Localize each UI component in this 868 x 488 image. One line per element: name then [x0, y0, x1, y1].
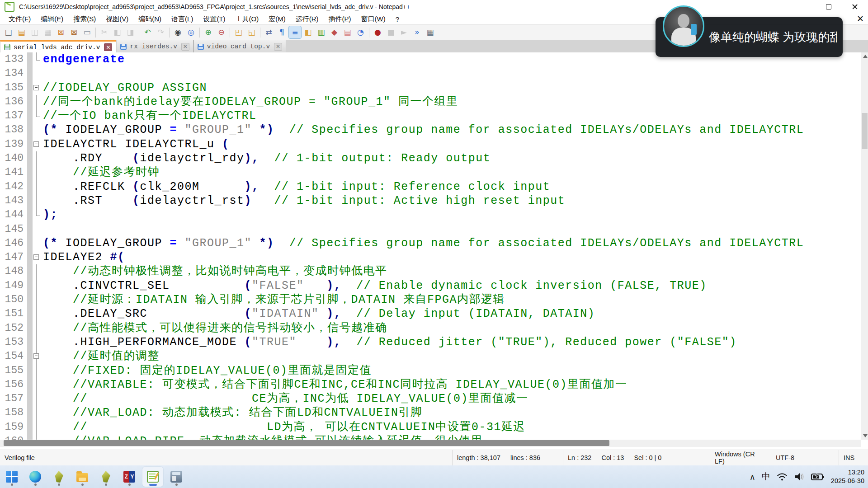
- bookmark-margin[interactable]: [27, 364, 33, 378]
- close-document-icon[interactable]: ⊠: [55, 26, 67, 38]
- status-encoding[interactable]: UTF-8: [771, 450, 839, 465]
- close-all-documents-icon[interactable]: ⊠: [68, 26, 80, 38]
- vertical-scrollbar[interactable]: [861, 52, 868, 440]
- tray-chevron-up-icon[interactable]: ∧: [750, 472, 755, 482]
- new-file-icon[interactable]: □: [2, 26, 14, 38]
- battery-charging-icon[interactable]: [811, 472, 825, 482]
- zoom-in-icon[interactable]: ⊕: [202, 26, 214, 38]
- show-all-characters-icon[interactable]: ¶: [276, 26, 288, 38]
- tab-close-icon[interactable]: ✕: [274, 43, 282, 51]
- find-icon[interactable]: ◉: [172, 26, 184, 38]
- bookmark-margin[interactable]: [27, 165, 33, 179]
- menu-item-8[interactable]: 工具(O): [231, 14, 264, 24]
- bookmark-margin[interactable]: [27, 236, 33, 250]
- print-icon[interactable]: ▭: [81, 26, 93, 38]
- show-indent-guide-icon[interactable]: ≡: [289, 26, 301, 38]
- zoom-out-icon[interactable]: ⊖: [215, 26, 227, 38]
- document-map-icon[interactable]: ▥: [315, 26, 327, 38]
- taskbar-zy-dictionary-icon[interactable]: ZY: [119, 467, 140, 487]
- menu-item-12[interactable]: 窗口(W): [356, 14, 391, 24]
- menu-item-4[interactable]: 视图(V): [101, 14, 133, 24]
- bookmark-margin[interactable]: [27, 137, 33, 151]
- menu-item-7[interactable]: 设置(T): [198, 14, 230, 24]
- lyrics-avatar[interactable]: [663, 5, 704, 47]
- menu-item-10[interactable]: 运行(R): [291, 14, 324, 24]
- sync-horizontal-scroll-icon[interactable]: ◱: [245, 26, 258, 38]
- menu-item-13[interactable]: ?: [391, 14, 404, 24]
- fold-collapse-icon[interactable]: [33, 81, 40, 95]
- horizontal-scrollbar-thumb[interactable]: [4, 440, 609, 446]
- macro-save-icon[interactable]: ▦: [424, 26, 436, 38]
- bookmark-margin[interactable]: [27, 250, 33, 264]
- taskbar-calculator-icon[interactable]: [166, 467, 187, 487]
- tray-ime-indicator[interactable]: 中: [762, 471, 770, 483]
- bookmark-margin[interactable]: [27, 222, 33, 236]
- bookmark-margin[interactable]: [27, 123, 33, 137]
- taskbar-vivado-icon[interactable]: [48, 467, 69, 487]
- document-monitor-icon[interactable]: ◔: [354, 26, 367, 38]
- bookmark-margin[interactable]: [27, 95, 33, 109]
- fold-collapse-icon[interactable]: [33, 349, 40, 363]
- tab-rx_iserdes.v[interactable]: rx_iserdes.v✕: [116, 40, 193, 53]
- bookmark-margin[interactable]: [27, 264, 33, 278]
- bookmark-margin[interactable]: [27, 406, 33, 420]
- sync-vertical-scroll-icon[interactable]: ◰: [232, 26, 245, 38]
- taskbar-clock[interactable]: 13:20 2025-06-30: [831, 468, 864, 485]
- bookmark-margin[interactable]: [27, 81, 33, 95]
- bookmark-margin[interactable]: [27, 420, 33, 434]
- macro-record-icon[interactable]: ●: [372, 26, 384, 38]
- bookmark-margin[interactable]: [27, 194, 33, 208]
- tab-close-icon[interactable]: ✕: [104, 43, 112, 51]
- bookmark-margin[interactable]: [27, 321, 33, 335]
- close-button[interactable]: [842, 0, 868, 14]
- taskbar-file-explorer-icon[interactable]: [72, 467, 93, 487]
- macro-run-multiple-icon[interactable]: »: [411, 26, 423, 38]
- status-eol-format[interactable]: Windows (CR LF): [710, 450, 771, 465]
- menu-item-9[interactable]: 宏(M): [264, 14, 291, 24]
- fold-collapse-icon[interactable]: [33, 250, 40, 264]
- scroll-up-arrow-icon[interactable]: [863, 55, 868, 58]
- bookmark-margin[interactable]: [27, 151, 33, 165]
- taskbar-start-button[interactable]: [1, 467, 22, 487]
- volume-icon[interactable]: [794, 472, 805, 482]
- open-file-icon[interactable]: ▤: [15, 26, 28, 38]
- code-editor[interactable]: 133endgenerate134135//IODELAY_GROUP ASSI…: [0, 52, 861, 440]
- taskbar-vivado-2-icon[interactable]: [95, 467, 116, 487]
- menu-item-11[interactable]: 插件(P): [324, 14, 356, 24]
- bookmark-margin[interactable]: [27, 293, 33, 307]
- taskbar-edge-icon[interactable]: [25, 467, 46, 487]
- bookmark-margin[interactable]: [27, 392, 33, 406]
- scroll-down-arrow-icon[interactable]: [863, 434, 868, 437]
- status-insert-mode[interactable]: INS: [839, 450, 868, 465]
- bookmark-margin[interactable]: [27, 66, 33, 80]
- bookmark-margin[interactable]: [27, 349, 33, 363]
- menu-item-5[interactable]: 编码(N): [133, 14, 166, 24]
- bookmark-margin[interactable]: [27, 52, 33, 66]
- folder-as-workspace-icon[interactable]: ▤: [341, 26, 354, 38]
- bookmark-margin[interactable]: [27, 378, 33, 392]
- bookmark-margin[interactable]: [27, 307, 33, 321]
- vertical-scrollbar-thumb[interactable]: [862, 113, 868, 149]
- bookmark-margin[interactable]: [27, 109, 33, 123]
- menu-item-3[interactable]: 搜索(S): [68, 14, 101, 24]
- menu-item-2[interactable]: 编辑(E): [36, 14, 68, 24]
- document-list-icon[interactable]: ◆: [328, 26, 340, 38]
- lyrics-close-icon[interactable]: ✕: [855, 14, 865, 23]
- bookmark-margin[interactable]: [27, 180, 33, 194]
- bookmark-margin[interactable]: [27, 335, 33, 349]
- horizontal-scrollbar[interactable]: [0, 440, 861, 447]
- bookmark-margin[interactable]: [27, 208, 33, 222]
- tab-video_card_top.v[interactable]: video_card_top.v✕: [193, 40, 286, 53]
- menu-item-1[interactable]: 文件(F): [4, 14, 36, 24]
- wifi-icon[interactable]: [777, 472, 788, 482]
- taskbar-notepadpp-icon[interactable]: [142, 467, 163, 487]
- word-wrap-icon[interactable]: ⇄: [263, 26, 275, 38]
- tab-close-icon[interactable]: ✕: [181, 43, 189, 51]
- fold-collapse-icon[interactable]: [33, 137, 40, 151]
- desktop-lyrics-overlay[interactable]: 像单纯的蝴蝶 为玫瑰的甜美而飞着: [656, 17, 843, 57]
- function-list-icon[interactable]: ◧: [302, 26, 314, 38]
- minimize-button[interactable]: [789, 0, 816, 14]
- tab-serial_lvds_adc_driv.v[interactable]: serial_lvds_adc_driv.v✕: [0, 40, 116, 53]
- undo-icon[interactable]: ↶: [142, 26, 154, 38]
- replace-icon[interactable]: ◎: [185, 26, 197, 38]
